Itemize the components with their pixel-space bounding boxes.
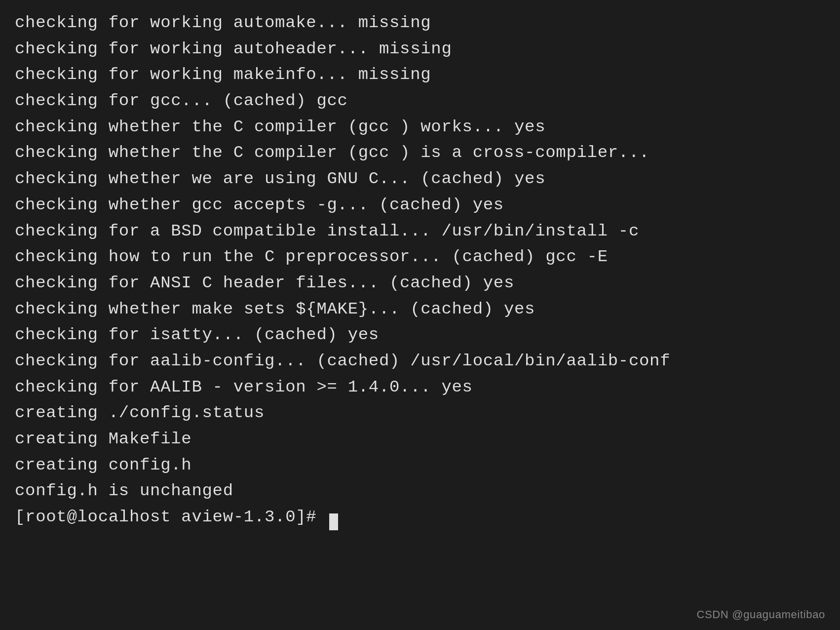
terminal-line: checking how to run the C preprocessor..… (15, 244, 825, 270)
terminal-line: checking for a BSD compatible install...… (15, 218, 825, 244)
terminal-line: checking whether the C compiler (gcc ) i… (15, 140, 825, 166)
terminal-line: checking whether gcc accepts -g... (cach… (15, 192, 825, 218)
terminal-line: checking for working autoheader... missi… (15, 36, 825, 62)
terminal-cursor (329, 513, 338, 530)
terminal-line: checking for gcc... (cached) gcc (15, 88, 825, 114)
terminal-line: creating ./config.status (15, 400, 825, 426)
terminal-line: checking whether the C compiler (gcc ) w… (15, 114, 825, 140)
terminal-line: checking whether make sets ${MAKE}... (c… (15, 296, 825, 322)
terminal-line: checking for aalib-config... (cached) /u… (15, 348, 825, 374)
watermark: CSDN @guaguameitibao (696, 608, 825, 621)
terminal-line: checking for working makeinfo... missing (15, 62, 825, 88)
terminal-line: config.h is unchanged (15, 478, 825, 504)
terminal-window: checking for working automake... missing… (0, 0, 840, 630)
terminal-line: checking for working automake... missing (15, 10, 825, 36)
terminal-line: [root@localhost aview-1.3.0]# (15, 504, 825, 530)
terminal-line: checking for ANSI C header files... (cac… (15, 270, 825, 296)
terminal-line: checking whether we are using GNU C... (… (15, 166, 825, 192)
terminal-line: creating config.h (15, 452, 825, 478)
terminal-line: creating Makefile (15, 426, 825, 452)
terminal-line: checking for isatty... (cached) yes (15, 322, 825, 348)
terminal-line: checking for AALIB - version >= 1.4.0...… (15, 374, 825, 400)
